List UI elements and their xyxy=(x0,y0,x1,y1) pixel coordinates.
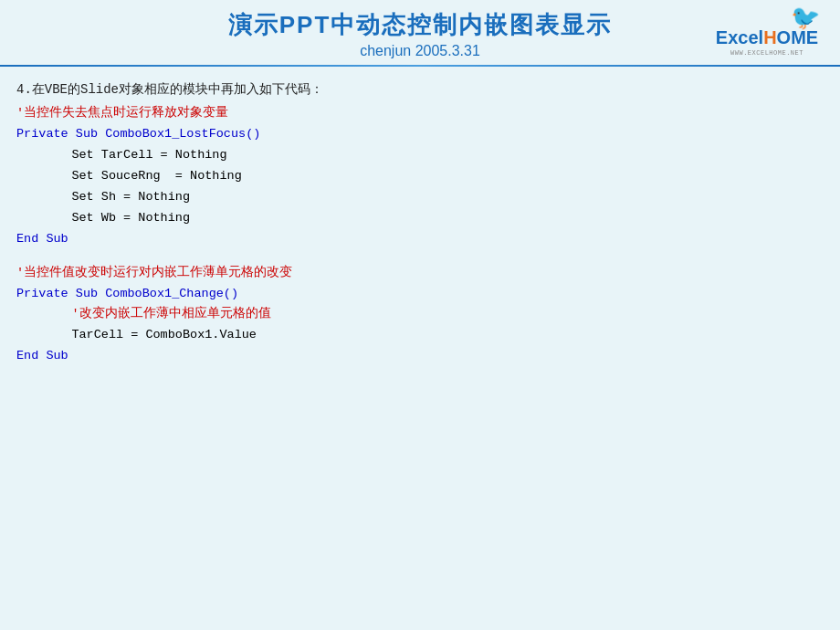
code-line-8: '改变内嵌工作薄中相应单元格的值 xyxy=(16,304,824,325)
logo-h-text: H xyxy=(763,27,776,48)
code-line-7: Private Sub ComboBox1_Change() xyxy=(16,284,824,305)
code-line-6: End Sub xyxy=(16,229,824,250)
code-line-2: Set TarCell = Nothing xyxy=(16,145,824,166)
code-spacer xyxy=(16,250,824,263)
code-line-5: Set Wb = Nothing xyxy=(16,208,824,229)
code-line-9: TarCell = ComboBox1.Value xyxy=(16,325,824,346)
comment-line-1: '当控件失去焦点时运行释放对象变量 xyxy=(16,103,824,124)
code-line-1: Private Sub ComboBox1_LostFocus() xyxy=(16,124,824,145)
main-content: 4.在VBE的Slide对象相应的模块中再加入如下代码： '当控件失去焦点时运行… xyxy=(0,74,840,374)
logo-bird-icon: 🐦 xyxy=(791,7,820,31)
header: 演示PPT中动态控制内嵌图表显示 chenjun 2005.3.31 🐦 Exc… xyxy=(0,0,840,65)
header-divider xyxy=(0,65,840,67)
comment-line-2: '当控件值改变时运行对内嵌工作薄单元格的改变 xyxy=(16,263,824,284)
logo-excel-text: Excel xyxy=(716,27,763,48)
code-line-4: Set Sh = Nothing xyxy=(16,187,824,208)
code-block: '当控件失去焦点时运行释放对象变量 Private Sub ComboBox1_… xyxy=(16,103,824,367)
code-line-3: Set SouceRng = Nothing xyxy=(16,166,824,187)
intro-text: 4.在VBE的Slide对象相应的模块中再加入如下代码： xyxy=(16,81,824,98)
code-line-10: End Sub xyxy=(16,346,824,367)
logo: 🐦 Excel H OME WWW.EXCELHOME.NET xyxy=(712,9,822,59)
logo-www: WWW.EXCELHOME.NET xyxy=(730,49,803,57)
